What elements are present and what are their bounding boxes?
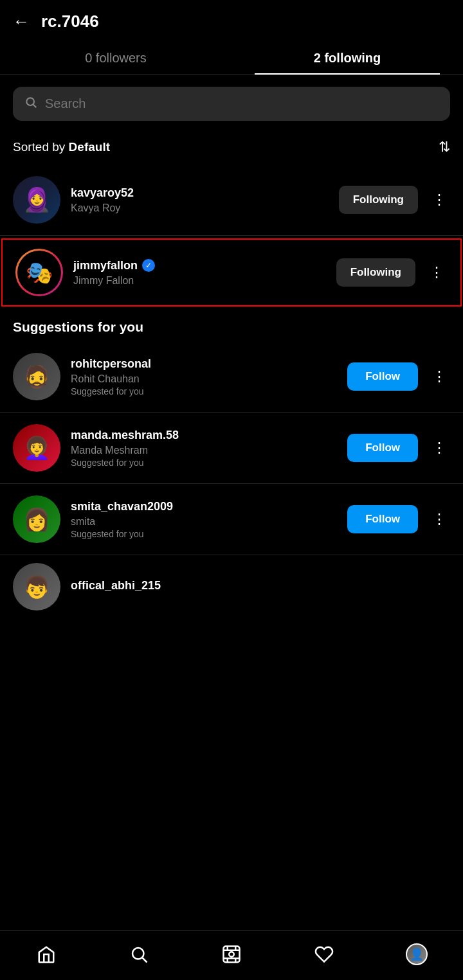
back-button[interactable]: ←	[13, 12, 30, 31]
more-options-jimmy[interactable]: ⋮	[426, 262, 448, 283]
suggestion-row-offical: 👦 offical_abhi_215	[0, 558, 463, 616]
nav-search[interactable]	[123, 941, 155, 967]
username-smita: smita_chavan2009	[71, 500, 173, 513]
avatar-jimmy[interactable]: 🎭	[15, 249, 63, 296]
svg-point-2	[132, 948, 144, 959]
search-section	[0, 75, 463, 130]
svg-point-0	[26, 98, 34, 105]
svg-rect-4	[224, 947, 240, 963]
sort-toggle-icon[interactable]: ⇅	[439, 139, 450, 156]
search-input[interactable]	[45, 96, 439, 111]
search-icon	[24, 96, 37, 112]
user-row-jimmy: 🎭 jimmyfallon ✓ Jimmy Fallon Following ⋮	[1, 238, 462, 307]
suggestion-sub-manda: Suggested for you	[71, 458, 337, 468]
avatar-offical[interactable]: 👦	[13, 563, 60, 610]
tabs-bar: 0 followers 2 following	[0, 40, 463, 75]
nav-home[interactable]	[30, 941, 62, 967]
avatar-kavya[interactable]: 🧕	[13, 176, 60, 224]
sort-label: Sorted by Default	[13, 140, 110, 154]
bottom-nav: 👤	[0, 931, 463, 980]
nav-profile[interactable]: 👤	[401, 941, 433, 967]
profile-avatar-icon: 👤	[410, 947, 424, 961]
follow-button-manda[interactable]: Follow	[347, 434, 418, 462]
display-name-kavya: Kavya Roy	[71, 202, 120, 213]
suggestion-sub-smita: Suggested for you	[71, 529, 337, 539]
suggestion-row-rohit: 🧔 rohitcpersonal Rohit Chauhan Suggested…	[0, 344, 463, 409]
username-manda: manda.meshram.58	[71, 429, 179, 442]
header: ← rc.7046	[0, 0, 463, 40]
suggestion-sub-rohit: Suggested for you	[71, 386, 337, 396]
more-options-manda[interactable]: ⋮	[428, 437, 450, 459]
avatar-manda[interactable]: 👩‍🦱	[13, 424, 60, 472]
display-name-manda: Manda Meshram	[71, 445, 148, 456]
tab-following[interactable]: 2 following	[232, 40, 463, 75]
svg-line-3	[143, 958, 147, 963]
username-rohit: rohitcpersonal	[71, 357, 151, 371]
user-info-smita: smita_chavan2009 smita Suggested for you	[71, 500, 337, 539]
follow-button-rohit[interactable]: Follow	[347, 362, 418, 391]
more-options-rohit[interactable]: ⋮	[428, 366, 450, 388]
display-name-jimmy: Jimmy Fallon	[73, 275, 134, 286]
verified-badge-jimmy: ✓	[142, 259, 155, 272]
avatar-smita[interactable]: 👩	[13, 495, 60, 543]
username-jimmy: jimmyfallon	[73, 259, 138, 272]
tab-followers[interactable]: 0 followers	[0, 40, 232, 75]
suggestion-row-smita: 👩 smita_chavan2009 smita Suggested for y…	[0, 486, 463, 552]
suggestion-row-manda: 👩‍🦱 manda.meshram.58 Manda Meshram Sugge…	[0, 415, 463, 481]
page-title: rc.7046	[41, 12, 99, 31]
user-info-rohit: rohitcpersonal Rohit Chauhan Suggested f…	[71, 357, 337, 396]
avatar-rohit[interactable]: 🧔	[13, 353, 60, 400]
user-info-kavya: kavyaroy52 Kavya Roy	[71, 186, 329, 214]
svg-point-5	[229, 952, 234, 957]
username-kavya: kavyaroy52	[71, 186, 134, 200]
user-row-kavya: 🧕 kavyaroy52 Kavya Roy Following ⋮	[0, 167, 463, 233]
user-info-jimmy: jimmyfallon ✓ Jimmy Fallon	[73, 259, 326, 287]
following-button-jimmy[interactable]: Following	[336, 258, 415, 287]
following-button-kavya[interactable]: Following	[339, 186, 418, 214]
follow-button-smita[interactable]: Follow	[347, 505, 418, 533]
display-name-rohit: Rohit Chauhan	[71, 373, 140, 384]
search-box	[13, 87, 450, 121]
username-offical: offical_abhi_215	[71, 579, 161, 592]
more-options-kavya[interactable]: ⋮	[428, 189, 450, 211]
nav-reels[interactable]	[215, 941, 248, 967]
following-list: 🧕 kavyaroy52 Kavya Roy Following ⋮ 🎭 jim…	[0, 167, 463, 307]
nav-likes[interactable]	[308, 941, 340, 967]
sort-row: Sorted by Default ⇅	[0, 130, 463, 167]
display-name-smita: smita	[71, 516, 95, 527]
svg-line-1	[33, 105, 37, 108]
user-info-offical: offical_abhi_215	[71, 579, 450, 595]
more-options-smita[interactable]: ⋮	[428, 508, 450, 530]
suggestions-header: Suggestions for you	[0, 307, 463, 344]
user-info-manda: manda.meshram.58 Manda Meshram Suggested…	[71, 429, 337, 468]
